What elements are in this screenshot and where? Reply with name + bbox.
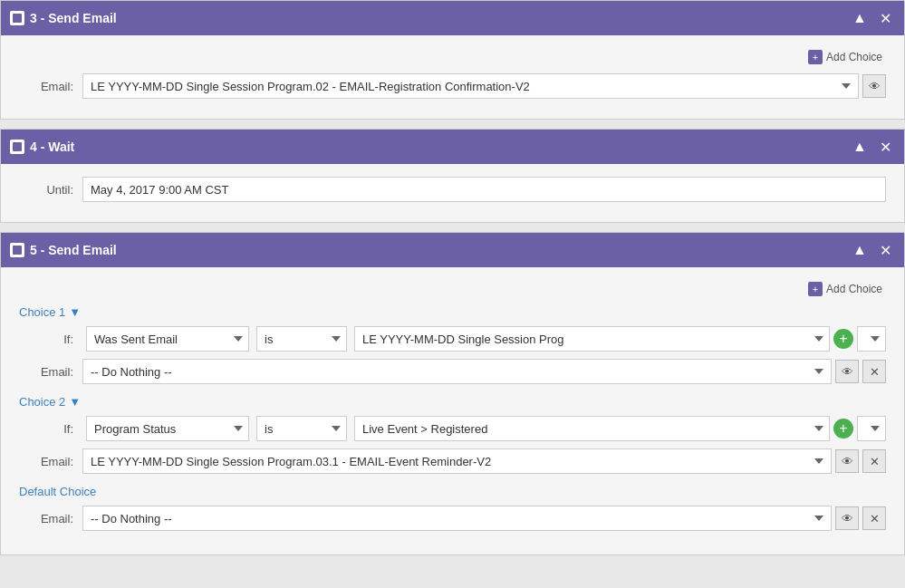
choice-2-if-row: If: Program Status is Live Event > Regis…: [19, 416, 886, 441]
add-choice-btn-5[interactable]: + Add Choice: [804, 280, 886, 298]
choice-2-block: Choice 2 ▼ If: Program Status is Live Ev…: [19, 395, 886, 474]
choice-2-add-value-btn[interactable]: +: [833, 419, 853, 439]
add-choice-row-3: + Add Choice: [19, 48, 886, 66]
section-5-icon: [10, 243, 24, 257]
choice-1-add-value-btn[interactable]: +: [833, 329, 853, 349]
add-choice-label-5: Add Choice: [826, 283, 882, 295]
choice-1-if-label: If:: [19, 333, 82, 346]
section-4-header: 4 - Wait ▲ ✕: [1, 130, 904, 164]
section-5-header-left: 5 - Send Email: [10, 243, 117, 257]
choice-1-value-select[interactable]: LE YYYY-MM-DD Single Session Prog: [354, 326, 830, 352]
section-3-close-btn[interactable]: ✕: [875, 8, 895, 28]
choice-2-value-select[interactable]: Live Event > Registered: [354, 416, 830, 441]
section-3-header-right: ▲ ✕: [850, 8, 895, 28]
default-choice-label: Default Choice: [19, 485, 886, 498]
until-label-4: Until:: [19, 183, 82, 197]
section-3-header-left: 3 - Send Email: [10, 11, 117, 25]
email-preview-btn-3[interactable]: 👁: [862, 74, 886, 98]
choice-1-value-extra-select[interactable]: ▼: [857, 326, 886, 352]
email-row-3: Email: LE YYYY-MM-DD Single Session Prog…: [19, 73, 886, 99]
choice-1-email-delete-btn[interactable]: ✕: [862, 360, 886, 383]
choice-2-header[interactable]: Choice 2 ▼: [19, 395, 886, 409]
choice-2-email-label: Email:: [19, 455, 82, 468]
choice-2-value-extra-select[interactable]: ▼: [857, 416, 886, 441]
section-5-up-btn[interactable]: ▲: [850, 240, 870, 260]
default-choice-block: Default Choice Email: -- Do Nothing -- 👁…: [19, 485, 886, 531]
choice-2-label: Choice 2: [19, 395, 65, 409]
section-5-header-right: ▲ ✕: [850, 240, 895, 260]
section-4-icon: [10, 140, 24, 154]
choice-1-email-label: Email:: [19, 365, 82, 379]
choice-1-header[interactable]: Choice 1 ▼: [19, 305, 886, 319]
choice-2-condition-select[interactable]: Program Status: [86, 416, 249, 441]
default-choice-email-select[interactable]: -- Do Nothing --: [82, 506, 832, 531]
section-4-up-btn[interactable]: ▲: [850, 137, 870, 157]
section-4: 4 - Wait ▲ ✕ Until:: [0, 129, 905, 223]
section-5: 5 - Send Email ▲ ✕ + Add Choice Choice 1…: [0, 232, 905, 555]
choice-2-email-preview-btn[interactable]: 👁: [835, 449, 859, 473]
default-choice-email-label: Email:: [19, 512, 82, 525]
add-choice-icon-3: +: [808, 50, 823, 64]
email-label-3: Email:: [19, 80, 82, 93]
section-5-header: 5 - Send Email ▲ ✕: [1, 233, 904, 267]
email-select-3[interactable]: LE YYYY-MM-DD Single Session Program.02 …: [82, 73, 859, 99]
section-4-header-right: ▲ ✕: [850, 137, 895, 157]
choice-1-operator-select[interactable]: is: [256, 326, 347, 352]
add-choice-label-3: Add Choice: [826, 51, 882, 63]
choice-1-label: Choice 1: [19, 305, 65, 319]
choice-1-condition-select[interactable]: Was Sent Email: [86, 326, 249, 352]
choice-1-email-preview-btn[interactable]: 👁: [835, 360, 859, 383]
section-5-body: + Add Choice Choice 1 ▼ If: Was Sent Ema…: [1, 267, 904, 554]
choice-2-chevron: ▼: [69, 395, 81, 409]
choice-2-email-delete-btn[interactable]: ✕: [862, 449, 886, 473]
add-choice-icon-5: +: [808, 282, 823, 296]
choice-1-if-row: If: Was Sent Email is LE YYYY-MM-DD Sing…: [19, 326, 886, 352]
choice-2-email-row: Email: LE YYYY-MM-DD Single Session Prog…: [19, 448, 886, 474]
choice-1-block: Choice 1 ▼ If: Was Sent Email is LE YYYY…: [19, 305, 886, 384]
choice-1-email-select[interactable]: -- Do Nothing --: [82, 359, 832, 384]
section-4-title: 4 - Wait: [30, 140, 74, 154]
section-4-close-btn[interactable]: ✕: [875, 137, 895, 157]
default-choice-email-preview-btn[interactable]: 👁: [835, 506, 859, 530]
section-3: 3 - Send Email ▲ ✕ + Add Choice Email: L…: [0, 0, 905, 120]
section-4-body: Until:: [1, 164, 904, 222]
until-row-4: Until:: [19, 177, 886, 202]
choice-1-email-row: Email: -- Do Nothing -- 👁 ✕: [19, 359, 886, 384]
choice-2-email-select[interactable]: LE YYYY-MM-DD Single Session Program.03.…: [82, 448, 832, 474]
section-3-header: 3 - Send Email ▲ ✕: [1, 1, 904, 35]
until-input-4[interactable]: [82, 177, 886, 202]
choice-2-if-label: If:: [19, 422, 82, 436]
choice-1-chevron: ▼: [69, 305, 81, 319]
choice-2-operator-select[interactable]: is: [256, 416, 347, 441]
section-4-header-left: 4 - Wait: [10, 140, 74, 154]
default-choice-email-delete-btn[interactable]: ✕: [862, 506, 886, 530]
add-choice-row-5: + Add Choice: [19, 280, 886, 298]
default-choice-email-row: Email: -- Do Nothing -- 👁 ✕: [19, 506, 886, 531]
section-5-close-btn[interactable]: ✕: [875, 240, 895, 260]
section-3-icon: [10, 11, 24, 25]
section-3-up-btn[interactable]: ▲: [850, 8, 870, 28]
section-5-title: 5 - Send Email: [30, 243, 117, 257]
section-3-body: + Add Choice Email: LE YYYY-MM-DD Single…: [1, 35, 904, 119]
add-choice-btn-3[interactable]: + Add Choice: [804, 48, 886, 66]
section-3-title: 3 - Send Email: [30, 11, 117, 25]
